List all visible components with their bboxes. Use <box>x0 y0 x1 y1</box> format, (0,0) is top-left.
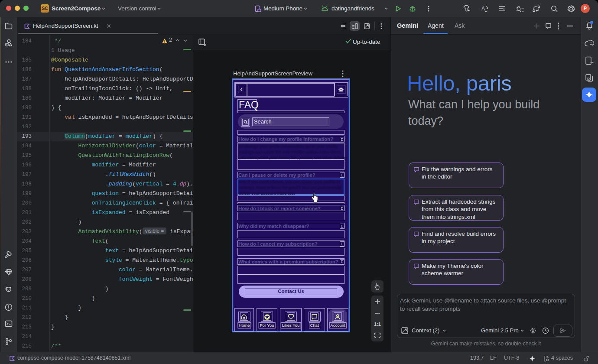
svg-text:A: A <box>481 6 485 12</box>
